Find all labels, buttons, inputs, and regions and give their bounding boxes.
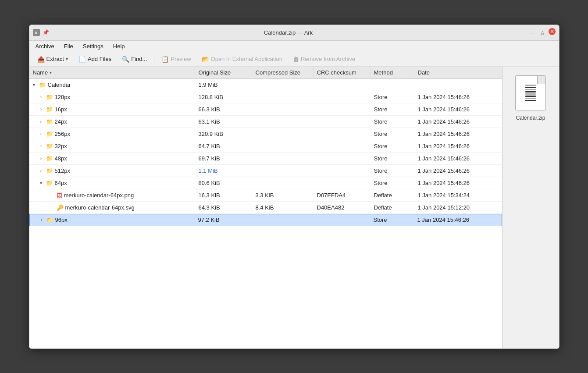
menu-settings[interactable]: Settings (78, 42, 108, 51)
menu-archive[interactable]: Archive (31, 42, 59, 51)
remove-icon: 🗑 (293, 56, 299, 63)
file-name-cell: › 📁 96px (30, 217, 195, 223)
main-window: ≡ 📌 Calendar.zip — Ark — △ ✕ Archive Fil… (29, 25, 559, 349)
table-row[interactable]: 🖼 merkuro-calendar-64px.png 16.3 KiB 3.3… (29, 189, 502, 202)
zip-stripe (525, 100, 536, 101)
original-size-cell: 128.8 KiB (195, 94, 252, 100)
title-bar: ≡ 📌 Calendar.zip — Ark — △ ✕ (29, 25, 559, 41)
preview-icon: 📋 (161, 56, 169, 63)
col-method[interactable]: Method (371, 67, 414, 78)
expand-icon[interactable]: › (38, 167, 44, 174)
open-external-label: Open in External Application (211, 56, 282, 62)
window-title: Calendar.zip — Ark (50, 29, 527, 36)
folder-icon: 📁 (46, 106, 53, 113)
remove-label: Remove from Archive (301, 56, 355, 62)
file-name: merkuro-calendar-64px.png (64, 192, 134, 199)
original-size-cell: 69.7 KiB (195, 155, 252, 162)
col-compressed-size[interactable]: Compressed Size (252, 67, 314, 78)
date-cell: 1 Jan 2024 15:46:26 (414, 131, 502, 137)
method-cell: Store (371, 106, 414, 113)
date-cell: 1 Jan 2024 15:46:26 (414, 217, 502, 223)
expand-icon[interactable]: › (38, 118, 44, 124)
original-size-cell: 320.9 KiB (195, 131, 252, 137)
file-name: 32px (55, 143, 67, 149)
title-bar-left: ≡ 📌 (33, 29, 50, 36)
col-crc-checksum[interactable]: CRC checksum (314, 67, 371, 78)
table-row[interactable]: › 📁 16px 66.3 KiB Store 1 Jan 2024 15:46… (29, 103, 502, 116)
table-row[interactable]: › 📁 512px 1.1 MiB Store 1 Jan 2024 15:46… (29, 165, 502, 177)
table-row[interactable]: › 📁 128px 128.8 KiB Store 1 Jan 2024 15:… (29, 91, 502, 103)
expand-icon[interactable]: ▾ (31, 82, 37, 88)
file-pane: Name ▾ Original Size Compressed Size CRC… (29, 67, 502, 348)
expand-icon[interactable]: › (38, 106, 44, 112)
file-name: merkuro-calendar-64px.svg (65, 204, 135, 211)
expand-icon[interactable]: ▾ (38, 180, 44, 186)
date-cell: 1 Jan 2024 15:46:26 (414, 118, 502, 125)
table-row[interactable]: ▾ 📁 64px 80.6 KiB Store 1 Jan 2024 15:46… (29, 177, 502, 189)
svg-icon: 🔑 (57, 204, 64, 211)
extract-button[interactable]: 📤 Extract ▾ (33, 54, 72, 64)
folder-icon: 📁 (46, 217, 53, 223)
folder-icon: 📁 (39, 82, 46, 88)
expand-icon[interactable]: › (38, 155, 44, 161)
method-cell: Store (371, 180, 414, 186)
table-row[interactable]: › 📁 96px 97.2 KiB Store 1 Jan 2024 15:46… (29, 214, 502, 226)
sidebar: Calendar.zip (502, 67, 559, 348)
expand-icon[interactable]: › (38, 131, 44, 137)
find-label: Find... (131, 56, 147, 62)
find-button[interactable]: 🔍 Find... (118, 54, 151, 64)
file-name-cell: ▾ 📁 Calendar (29, 82, 195, 88)
table-row[interactable]: › 📁 32px 64.7 KiB Store 1 Jan 2024 15:46… (29, 140, 502, 153)
folder-icon: 📁 (46, 180, 53, 186)
add-files-label: Add Files (88, 56, 111, 62)
folder-icon: 📁 (46, 118, 53, 125)
compressed-size-cell: 8.4 KiB (252, 204, 314, 211)
method-cell: Store (371, 131, 414, 137)
file-name-cell: › 📁 512px (29, 167, 195, 174)
original-size-cell: 1.1 MiB (195, 167, 252, 174)
method-cell: Store (371, 167, 414, 174)
file-list: ▾ 📁 Calendar 1.9 MiB › 📁 128px (29, 79, 502, 348)
remove-button[interactable]: 🗑 Remove from Archive (289, 54, 360, 64)
expand-icon[interactable]: › (39, 217, 45, 223)
col-name[interactable]: Name ▾ (29, 67, 195, 78)
col-date[interactable]: Date (414, 67, 502, 78)
table-row[interactable]: › 📁 48px 69.7 KiB Store 1 Jan 2024 15:46… (29, 153, 502, 165)
crc-cell: D40EA482 (314, 204, 371, 211)
method-cell: Store (370, 217, 414, 223)
col-original-size[interactable]: Original Size (195, 67, 252, 78)
expand-icon[interactable]: › (38, 94, 44, 100)
original-size-cell: 66.3 KiB (195, 106, 252, 113)
date-cell: 1 Jan 2024 15:34:24 (414, 192, 502, 199)
extract-dropdown-arrow: ▾ (66, 57, 68, 61)
method-cell: Store (371, 155, 414, 162)
table-row[interactable]: 🔑 merkuro-calendar-64px.svg 64.3 KiB 8.4… (29, 202, 502, 214)
original-size-cell: 80.6 KiB (195, 180, 252, 186)
table-row[interactable]: › 📁 24px 63.1 KiB Store 1 Jan 2024 15:46… (29, 116, 502, 128)
original-size-cell: 63.1 KiB (195, 118, 252, 125)
file-name-cell: ▾ 📁 64px (29, 180, 195, 186)
window-controls: — △ ✕ (527, 28, 556, 37)
expand-icon[interactable]: › (38, 143, 44, 149)
add-files-icon: 📄 (78, 56, 86, 63)
minimize-button[interactable]: — (527, 28, 536, 37)
expand-placeholder (49, 192, 55, 198)
file-name: 48px (55, 155, 67, 162)
open-external-icon: 📂 (202, 56, 209, 63)
method-cell: Store (371, 118, 414, 125)
preview-button[interactable]: 📋 Preview (157, 54, 195, 64)
menu-help[interactable]: Help (109, 42, 129, 51)
close-button[interactable]: ✕ (549, 28, 556, 35)
extract-icon: 📤 (37, 56, 45, 63)
toolbar: 📤 Extract ▾ 📄 Add Files 🔍 Find... 📋 Prev… (29, 52, 559, 67)
maximize-button[interactable]: △ (538, 28, 547, 37)
zip-stripe (525, 87, 536, 88)
table-row[interactable]: › 📁 256px 320.9 KiB Store 1 Jan 2024 15:… (29, 128, 502, 140)
file-name: 96px (55, 217, 68, 223)
file-name-cell: › 📁 32px (29, 143, 195, 149)
menu-file[interactable]: File (60, 42, 78, 51)
add-files-button[interactable]: 📄 Add Files (74, 54, 116, 64)
main-content: Name ▾ Original Size Compressed Size CRC… (29, 67, 559, 348)
open-external-button[interactable]: 📂 Open in External Application (197, 54, 287, 64)
table-row[interactable]: ▾ 📁 Calendar 1.9 MiB (29, 79, 502, 91)
